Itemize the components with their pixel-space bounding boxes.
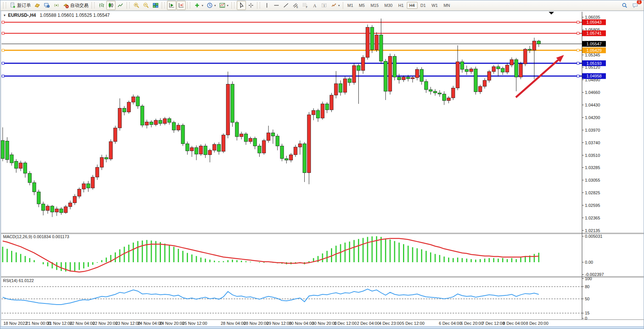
search-button[interactable] [620,1,629,10]
crosshair-button[interactable] [246,1,255,10]
timeframe-h4-button[interactable]: H4 [407,2,418,9]
metaeditor-button[interactable] [42,1,51,10]
line-handle[interactable] [577,62,579,65]
vertical-line-button[interactable] [262,1,271,10]
candlestick-button[interactable] [106,1,116,10]
toolbar-grip[interactable] [129,2,131,8]
trendline-icon [283,2,289,8]
svg-text:1.04430: 1.04430 [585,103,600,107]
toolbar-separator [257,2,257,9]
line-handle[interactable] [2,75,4,77]
timeframe-mn-button[interactable]: MN [441,2,453,9]
dropdown-caret-icon[interactable]: ▾ [338,4,340,7]
line-handle[interactable] [2,49,4,52]
svg-text:1.05345: 1.05345 [585,53,600,57]
svg-text:4 Dec 23:00: 4 Dec 23:00 [379,321,401,326]
chart-canvas[interactable]: 1.060351.058051.055751.053451.051201.048… [0,0,644,329]
tile-windows-icon [153,2,159,8]
rsi-indicator-label: RSI(14) 61.0122 [3,278,34,283]
svg-text:6 Dec 04:00: 6 Dec 04:00 [439,321,461,326]
line-handle[interactable] [2,32,4,34]
svg-text:23 Nov 12:00: 23 Nov 12:00 [116,321,140,326]
svg-text:1.02365: 1.02365 [585,216,600,220]
svg-text:1.05429: 1.05429 [586,48,602,53]
chevron-down-icon[interactable]: ▼ [3,14,6,17]
svg-text:1.04660: 1.04660 [585,90,600,95]
line-handle[interactable] [577,32,579,34]
crosshair-icon [248,2,254,8]
svg-text:F: F [306,6,308,8]
autotrading-button[interactable]: 自动交易 [61,1,90,10]
timeframe-m1-button[interactable]: M1 [345,2,356,9]
svg-text:T: T [323,4,325,8]
auto-scroll-button[interactable] [167,1,176,10]
svg-text:21 Nov 12:00: 21 Nov 12:00 [47,321,72,326]
timeframe-m30-button[interactable]: M30 [382,2,395,9]
timeframe-m5-button[interactable]: M5 [356,2,367,9]
svg-text:7 Dec 12:00: 7 Dec 12:00 [482,321,504,326]
zoom-in-icon [133,2,140,8]
toolbar-grip[interactable] [234,2,236,8]
svg-text:1.02135: 1.02135 [585,228,600,233]
label-icon: T [321,2,327,8]
line-chart-icon [117,2,124,8]
svg-text:1.03740: 1.03740 [585,140,600,145]
toolbar-grip[interactable] [164,2,166,8]
toolbar-grip[interactable] [94,2,96,8]
chart-shift-button[interactable] [177,1,186,10]
text-button[interactable]: A [310,1,319,10]
arrows-button[interactable]: ▾ [329,1,341,10]
line-handle[interactable] [577,75,579,77]
bar-chart-button[interactable] [97,1,106,10]
toolbar-grip[interactable] [190,2,191,8]
tile-windows-button[interactable] [151,1,160,10]
channel-button[interactable]: E [291,1,300,10]
svg-text:1 Dec 12:00: 1 Dec 12:00 [334,321,357,326]
toolbar-separator [343,2,343,9]
chat-button[interactable]: 1 [631,1,640,10]
timeframe-m15-button[interactable]: M15 [368,2,381,9]
indicators-button[interactable]: ▾ [193,1,205,10]
channel-icon: E [292,2,299,8]
signals-button[interactable] [52,1,61,10]
svg-text:1.05547: 1.05547 [586,42,602,46]
toolbar-grip[interactable] [260,2,261,8]
fibonacci-button[interactable]: F [300,1,310,10]
timeframe-w1-button[interactable]: W1 [429,2,441,9]
svg-text:24 Nov 04:00: 24 Nov 04:00 [138,321,162,326]
new-order-icon [10,2,16,8]
line-handle[interactable] [2,21,4,23]
svg-text:30 Nov 20:00: 30 Nov 20:00 [312,321,337,326]
macd-indicator-label: MACD(12,26,9) 0.001834 0.001173 [3,234,69,239]
trendline-button[interactable] [281,1,291,10]
svg-text:1.03285: 1.03285 [585,165,600,170]
toolbar-grip[interactable] [6,2,7,8]
dropdown-caret-icon[interactable]: ▾ [202,4,203,7]
templates-button[interactable]: ▾ [218,1,230,10]
label-button[interactable]: T [320,1,329,10]
cursor-button[interactable] [237,1,246,10]
new-order-button-label: 新订单 [17,2,31,9]
svg-text:1.04958: 1.04958 [586,74,602,78]
hline-icon [273,2,279,8]
line-handle[interactable] [577,49,579,52]
toolbar-separator [162,2,162,9]
line-handle[interactable] [2,62,4,65]
timeframe-h1-button[interactable]: H1 [395,2,406,9]
line-chart-button[interactable] [116,1,125,10]
zoom-in-button[interactable] [132,1,141,10]
horizontal-line-button[interactable] [272,1,281,10]
dropdown-caret-icon[interactable]: ▾ [227,4,228,7]
zoom-out-button[interactable] [141,1,151,10]
dropdown-caret-icon[interactable]: ▾ [214,4,216,7]
profiles-button[interactable] [33,1,42,10]
svg-text:1.05193: 1.05193 [586,61,602,66]
toolbar-right-icons: 1 [620,1,642,10]
svg-text:A: A [313,3,316,8]
periods-button[interactable]: ▾ [205,1,217,10]
svg-text:24 Nov 20:00: 24 Nov 20:00 [159,321,184,326]
timeframe-d1-button[interactable]: D1 [418,2,429,9]
line-handle[interactable] [577,21,579,23]
svg-text:1.04200: 1.04200 [585,115,600,120]
new-order-button[interactable]: 新订单 [8,1,32,10]
